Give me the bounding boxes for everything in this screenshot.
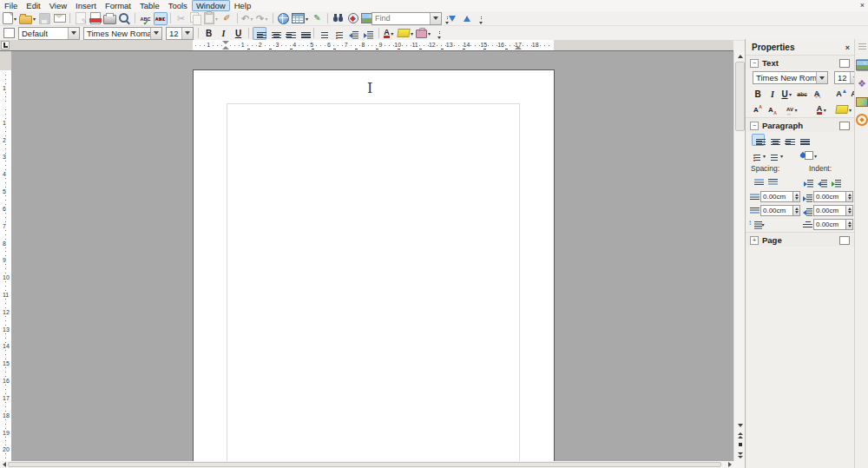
stepper-icon[interactable]: [792, 205, 800, 216]
chevron-down-icon[interactable]: ▾: [32, 16, 37, 22]
auto-spellcheck-button[interactable]: ABC: [154, 12, 168, 25]
paragraph-background-button[interactable]: ▾: [799, 149, 819, 161]
stepper-icon[interactable]: [792, 191, 800, 202]
menu-tools[interactable]: Tools: [164, 0, 192, 11]
paragraph-style-combo[interactable]: Default: [18, 27, 80, 40]
increase-indent-button[interactable]: [362, 27, 376, 40]
background-color-button[interactable]: ▾: [416, 27, 432, 40]
page-expand-box[interactable]: +: [750, 236, 759, 245]
chevron-down-icon[interactable]: [816, 72, 827, 83]
font-size-combo[interactable]: 12: [166, 27, 194, 40]
styles-window-button[interactable]: [3, 27, 16, 40]
spelling-button[interactable]: ABC: [139, 12, 153, 25]
menu-view[interactable]: View: [45, 0, 71, 11]
indent-after-field[interactable]: [813, 205, 853, 216]
italic-button[interactable]: I: [217, 27, 231, 40]
horizontal-ruler[interactable]: 1123456789101112131415161718: [11, 40, 733, 51]
chevron-down-icon[interactable]: [181, 28, 193, 39]
sb-underline-button[interactable]: U▾: [781, 88, 794, 100]
export-pdf-button[interactable]: [89, 12, 102, 25]
superscript-button[interactable]: A: [752, 103, 765, 115]
sb-decrease-indent-button[interactable]: [816, 175, 829, 188]
sb-highlighting-button[interactable]: ▾: [836, 103, 853, 115]
align-justified-button[interactable]: [297, 27, 311, 40]
chevron-down-icon[interactable]: ▾: [848, 107, 853, 113]
highlighting-button[interactable]: ▾: [398, 27, 415, 40]
print-button[interactable]: [103, 12, 117, 25]
subscript-button[interactable]: A: [766, 103, 779, 115]
character-spacing-button[interactable]: AV▾: [786, 103, 799, 115]
bulleted-list-button[interactable]: [332, 27, 346, 40]
new-document-button[interactable]: ▾: [3, 12, 18, 25]
decrease-indent-button[interactable]: [347, 27, 361, 40]
line-spacing-button[interactable]: ▾: [760, 221, 800, 227]
sb-strikethrough-button[interactable]: abc: [796, 88, 809, 100]
grow-font-button[interactable]: A: [835, 88, 848, 100]
formatting-toolbar-options-button[interactable]: [433, 27, 447, 40]
find-previous-button[interactable]: [460, 12, 474, 25]
bold-button[interactable]: B: [202, 27, 216, 40]
scroll-right-button[interactable]: [726, 461, 733, 468]
chevron-down-icon[interactable]: [68, 28, 79, 39]
stepper-icon[interactable]: [845, 191, 853, 202]
hanging-indent-button[interactable]: [830, 175, 843, 188]
text-more-options-button[interactable]: [839, 59, 850, 68]
menu-edit[interactable]: Edit: [22, 0, 44, 11]
sidebar-settings-button[interactable]: [856, 41, 868, 53]
vertical-scrollbar-thumb[interactable]: [735, 62, 745, 131]
find-toolbar-options-button[interactable]: [475, 12, 489, 25]
menu-help[interactable]: Help: [230, 0, 256, 11]
stepper-icon[interactable]: [845, 219, 853, 230]
scroll-left-button[interactable]: [0, 461, 8, 468]
chevron-down-icon[interactable]: ▾: [762, 153, 767, 159]
sb-increase-indent-button[interactable]: [802, 175, 815, 188]
paragraph-collapse-box[interactable]: −: [750, 122, 759, 130]
vertical-ruler[interactable]: 11234567891011121314151617181920: [0, 51, 11, 461]
sidebar-font-name-combo[interactable]: Times New Roman: [753, 71, 828, 84]
horizontal-scrollbar-thumb[interactable]: [8, 462, 721, 467]
horizontal-scrollbar[interactable]: [0, 461, 733, 468]
sb-shadow-button[interactable]: A: [811, 88, 824, 100]
decrease-spacing-button[interactable]: [766, 175, 779, 188]
vertical-scrollbar[interactable]: [733, 51, 746, 461]
menu-format[interactable]: Format: [101, 0, 135, 11]
hyperlink-button[interactable]: [277, 12, 291, 25]
chevron-down-icon[interactable]: ▾: [13, 16, 18, 22]
chevron-down-icon[interactable]: ▾: [264, 16, 269, 22]
spacing-above-field[interactable]: [760, 191, 800, 202]
chevron-down-icon[interactable]: [150, 28, 161, 39]
tab-navigator[interactable]: [856, 114, 868, 126]
paragraph-section-header[interactable]: − Paragraph: [746, 117, 855, 132]
stepper-icon[interactable]: [845, 205, 853, 216]
sb-font-color-button[interactable]: A▾: [816, 103, 829, 115]
tab-properties[interactable]: [856, 59, 868, 71]
menu-window[interactable]: Window: [192, 0, 230, 11]
menu-table[interactable]: Table: [135, 0, 164, 11]
menu-insert[interactable]: Insert: [71, 0, 101, 11]
first-line-indent-marker[interactable]: [222, 41, 229, 44]
chevron-down-icon[interactable]: ▾: [779, 153, 785, 159]
chevron-down-icon[interactable]: ▾: [822, 107, 827, 113]
clone-formatting-button[interactable]: ✐: [220, 12, 234, 25]
sidebar-close-button[interactable]: ×: [845, 43, 850, 52]
align-center-button[interactable]: [267, 27, 281, 40]
sb-align-right-button[interactable]: [781, 134, 794, 146]
find-input[interactable]: [372, 14, 430, 23]
open-button[interactable]: ▾: [19, 12, 37, 25]
chevron-down-icon[interactable]: ▾: [410, 30, 415, 36]
find-next-button[interactable]: [445, 12, 459, 25]
tab-stop-selector[interactable]: [1, 41, 10, 49]
draw-functions-button[interactable]: ✎: [311, 12, 325, 25]
sb-align-justified-button[interactable]: [796, 134, 809, 146]
sb-numbering-button[interactable]: ▾: [769, 149, 785, 161]
tab-gallery[interactable]: [856, 96, 868, 108]
chevron-down-icon[interactable]: ▾: [390, 30, 395, 36]
align-left-button[interactable]: [253, 27, 266, 40]
font-color-button[interactable]: A▾: [383, 27, 397, 40]
sb-align-center-button[interactable]: [766, 134, 779, 146]
chevron-down-icon[interactable]: ▾: [427, 30, 432, 36]
align-right-button[interactable]: [282, 27, 296, 40]
chevron-down-icon[interactable]: ▾: [793, 107, 799, 113]
spacing-below-field[interactable]: [760, 205, 800, 216]
sb-bold-button[interactable]: B: [752, 88, 765, 100]
